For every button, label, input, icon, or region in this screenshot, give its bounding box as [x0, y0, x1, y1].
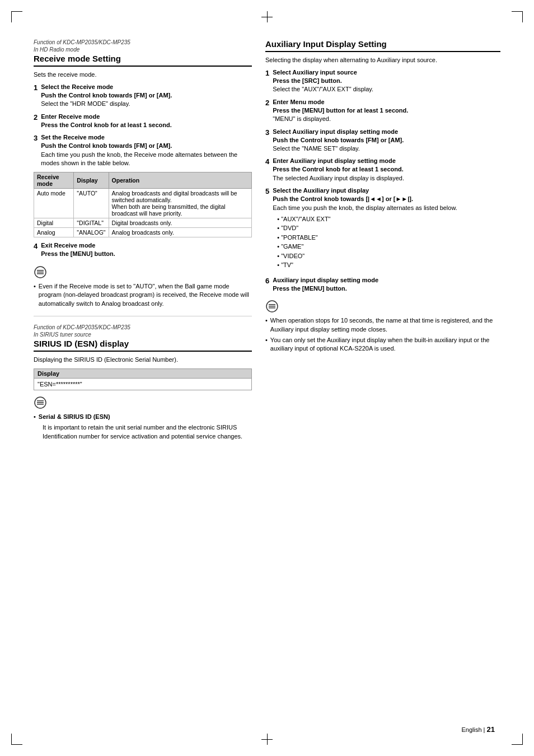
- section2-note-title-text: Serial & SIRIUS ID (ESN): [39, 413, 110, 421]
- receive-mode-table: Receive mode Display Operation Auto mode…: [34, 172, 252, 237]
- right-note-2: You can only set the Auxiliary input dis…: [265, 336, 500, 353]
- section2-function-sub: In SIRIUS tuner source: [34, 332, 252, 338]
- table-row: Digital "DIGITAL" Digital broadcasts onl…: [34, 218, 252, 228]
- section1-function: Function of KDC-MP2035/KDC-MP235: [34, 39, 252, 45]
- right-step-1-bold: Press the [SRC] button.: [273, 77, 341, 84]
- step-3-bold: Push the Control knob towards [FM] or [A…: [41, 142, 172, 149]
- table-cell-mode-1: Digital: [34, 218, 74, 228]
- right-step-1-number: 1: [265, 69, 269, 78]
- step-2-bold: Press the Control knob for at least 1 se…: [41, 122, 172, 128]
- menu-icon-block-2: [34, 396, 47, 410]
- step-4-title: Exit Receive mode: [41, 242, 252, 249]
- display-options-list: "AUX"/"AUX EXT" "DVD" "PORTABLE" "GAME" …: [277, 214, 500, 270]
- right-step-6-number: 6: [265, 277, 269, 286]
- footer-language: English: [461, 726, 481, 733]
- right-step-3-number: 3: [265, 128, 269, 137]
- section2-function: Function of KDC-MP2035/KDC-MP235: [34, 324, 252, 330]
- right-step-5-text: Each time you push the knob, the display…: [273, 204, 457, 211]
- right-step-1-body: Press the [SRC] button. Select the "AUX"…: [273, 77, 500, 94]
- section1-intro: Sets the receive mode.: [34, 71, 252, 78]
- right-step-4: 4 Enter Auxiliary input display setting …: [265, 157, 500, 183]
- display-box-header: Display: [34, 369, 251, 379]
- step-2: 2 Enter Receive mode Press the Control k…: [34, 113, 252, 129]
- right-step-4-title: Enter Auxiliary input display setting mo…: [273, 157, 500, 164]
- right-step-2-number: 2: [265, 99, 269, 108]
- right-step-1-text: Select the "AUX"/"AUX EXT" display.: [273, 86, 373, 92]
- step-2-body: Press the Control knob for at least 1 se…: [41, 121, 252, 129]
- step-2-title: Enter Receive mode: [41, 113, 252, 120]
- list-item: "VIDEO": [277, 251, 500, 261]
- right-section-title: Auxiliary Input Display Setting: [265, 39, 500, 52]
- section2-intro: Displaying the SIRIUS ID (Electronic Ser…: [34, 356, 252, 363]
- svg-rect-6: [37, 402, 44, 403]
- section1-title: Receive mode Setting: [34, 54, 252, 67]
- menu-icon-2: [34, 396, 47, 409]
- step-3-text: Each time you push the knob, the Receive…: [41, 151, 237, 166]
- svg-rect-11: [269, 307, 275, 309]
- right-step-5-bold: Push the Control knob towards [|◄◄] or […: [273, 195, 413, 202]
- display-box-value: "ESN=**********": [34, 379, 251, 390]
- menu-icon-3: [265, 300, 279, 313]
- step-4-bold: Press the [MENU] button.: [41, 250, 115, 257]
- right-note-1: When operation stops for 10 seconds, the…: [265, 316, 500, 334]
- section-divider: [34, 316, 252, 316]
- list-item: "AUX"/"AUX EXT": [277, 214, 500, 224]
- step-3-number: 3: [34, 134, 38, 143]
- list-item: "PORTABLE": [277, 233, 500, 242]
- step-1-body: Push the Control knob towards [FM] or [A…: [41, 91, 252, 109]
- table-header-mode: Receive mode: [34, 172, 74, 189]
- list-item: "TV": [277, 260, 500, 270]
- right-step-3-bold: Push the Control knob towards [FM] or [A…: [273, 137, 404, 143]
- step-3-title: Set the Receive mode: [41, 134, 252, 141]
- menu-icon-block: [34, 265, 47, 280]
- right-step-2: 2 Enter Menu mode Press the [MENU] butto…: [265, 99, 500, 124]
- step-1-title: Select the Receive mode: [41, 83, 252, 90]
- right-step-2-bold: Press the [MENU] button for at least 1 s…: [273, 107, 408, 114]
- footer-page-number: 21: [487, 725, 495, 734]
- menu-icon-block-3: [265, 300, 279, 314]
- right-step-2-title: Enter Menu mode: [273, 99, 500, 105]
- right-step-3-body: Push the Control knob towards [FM] or [A…: [273, 136, 500, 153]
- table-cell-mode-2: Analog: [34, 228, 74, 237]
- svg-rect-3: [37, 273, 44, 274]
- table-cell-display-0: "AUTO": [74, 189, 109, 218]
- section2-note-title: Serial & SIRIUS ID (ESN): [34, 413, 252, 421]
- footer: English | 21: [461, 725, 495, 734]
- right-step-1: 1 Select Auxiliary input source Press th…: [265, 69, 500, 94]
- step-3: 3 Set the Receive mode Push the Control …: [34, 134, 252, 167]
- step-4: 4 Exit Receive mode Press the [MENU] but…: [34, 242, 252, 258]
- step-1-number: 1: [34, 83, 38, 92]
- right-step-1-title: Select Auxiliary input source: [273, 69, 500, 76]
- right-step-3-text: Select the "NAME SET" display.: [273, 145, 360, 152]
- section2-title: SIRIUS ID (ESN) display: [34, 339, 252, 352]
- right-step-6-bold: Press the [MENU] button.: [273, 285, 347, 292]
- list-item: "GAME": [277, 242, 500, 251]
- section1-note: Even if the Receive mode is set to "AUTO…: [34, 282, 252, 308]
- right-column: Auxiliary Input Display Setting Selectin…: [265, 39, 500, 441]
- right-step-4-bold: Press the Control knob for at least 1 se…: [273, 166, 404, 172]
- right-step-2-text: "MENU" is displayed.: [273, 115, 331, 122]
- right-step-6-body: Press the [MENU] button.: [273, 284, 500, 293]
- step-4-number: 4: [34, 242, 38, 251]
- table-cell-op-2: Analog broadcasts only.: [109, 228, 251, 237]
- right-step-5-body: Push the Control knob towards [|◄◄] or […: [273, 195, 500, 212]
- step-2-number: 2: [34, 113, 38, 122]
- table-row: Analog "ANALOG" Analog broadcasts only.: [34, 228, 252, 237]
- step-1-bold: Push the Control knob towards [FM] or [A…: [41, 92, 172, 99]
- right-step-3: 3 Select Auxiliary input display setting…: [265, 128, 500, 153]
- display-box: Display "ESN=**********": [34, 368, 252, 390]
- svg-rect-10: [269, 306, 275, 307]
- step-1: 1 Select the Receive mode Push the Contr…: [34, 83, 252, 109]
- right-step-4-text: The selected Auxiliary input display is …: [273, 175, 404, 181]
- svg-rect-5: [37, 400, 44, 402]
- step-1-text: Select the "HDR MODE" display.: [41, 100, 130, 107]
- table-cell-display-2: "ANALOG": [74, 228, 109, 237]
- menu-icon: [34, 265, 47, 279]
- step-4-body: Press the [MENU] button.: [41, 250, 252, 258]
- right-step-5-title: Select the Auxiliary input display: [273, 187, 500, 194]
- right-step-4-number: 4: [265, 157, 269, 166]
- section2-note-body: It is important to retain the unit seria…: [43, 423, 252, 441]
- section1-function-sub: In HD Radio mode: [34, 46, 252, 53]
- right-step-3-title: Select Auxiliary input display setting m…: [273, 128, 500, 135]
- table-cell-op-0: Analog broadcasts and digital broadcasts…: [109, 189, 251, 218]
